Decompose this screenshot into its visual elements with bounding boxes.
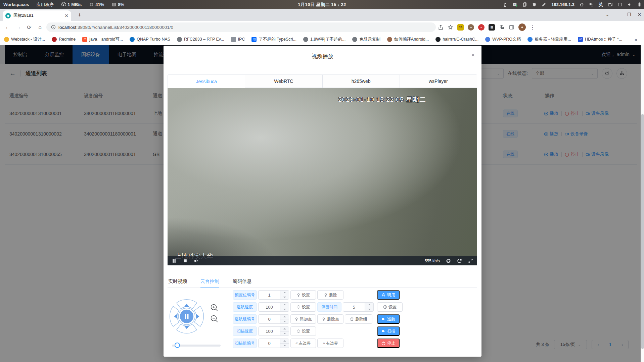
ip-address[interactable]: 192.168.1.3 xyxy=(551,2,574,7)
decrease-icon[interactable] xyxy=(280,331,289,336)
snapshot-settings-icon[interactable] xyxy=(446,258,451,263)
video-player[interactable]: 2023-01-10 15:22:05 星期二 上地科实大华 555 kb/s xyxy=(168,88,477,265)
add-point-button[interactable]: 添加点 xyxy=(290,314,316,324)
language-indicator[interactable]: 英 xyxy=(599,2,603,8)
increase-icon[interactable] xyxy=(365,303,373,307)
bookmark-star-icon[interactable] xyxy=(448,24,453,30)
extension-blocker-icon[interactable]: – xyxy=(478,24,485,31)
scan-speed-input[interactable]: 100 xyxy=(258,326,289,336)
decrease-icon[interactable] xyxy=(280,319,289,324)
reload-button[interactable]: ⟳ xyxy=(25,23,34,32)
scrollbar-thumb[interactable] xyxy=(641,114,644,349)
bookmark-item[interactable]: Cjava、android可... xyxy=(82,37,123,42)
new-tab-button[interactable]: + xyxy=(75,11,84,19)
stay-time-input[interactable]: 5 xyxy=(343,302,374,312)
refresh-stream-icon[interactable] xyxy=(457,258,462,263)
decrease-icon[interactable] xyxy=(280,295,289,300)
tab-search-chevron-icon[interactable]: ⌄ xyxy=(606,12,609,17)
workspace-switcher-icon[interactable] xyxy=(589,2,594,7)
cruise-group-input[interactable]: 0 xyxy=(258,314,289,324)
bookmark-item[interactable]: Redmine xyxy=(52,37,76,42)
bookmark-item[interactable]: NHDAtmos :: 种子 *... xyxy=(578,37,622,42)
zoom-in-button[interactable] xyxy=(210,303,219,312)
bookmark-item[interactable]: hairrrrr/C-CrashC... xyxy=(435,37,478,42)
tab-codec-info[interactable]: 编码信息 xyxy=(233,275,251,288)
tab-jessibuca[interactable]: Jessibuca xyxy=(168,75,245,88)
ptz-direction-pad[interactable] xyxy=(168,298,205,335)
site-info-icon[interactable] xyxy=(51,25,56,30)
bookmark-item[interactable]: IPC xyxy=(231,37,245,42)
dialog-close-icon[interactable]: × xyxy=(471,52,475,59)
increase-icon[interactable] xyxy=(280,315,289,319)
tab-h265web[interactable]: h265web xyxy=(323,75,400,88)
decrease-icon[interactable] xyxy=(280,307,289,312)
tab-ptz-control[interactable]: 云台控制 xyxy=(200,275,219,288)
window-close-icon[interactable]: ✕ xyxy=(638,12,641,17)
display-icon[interactable] xyxy=(617,2,623,7)
color-picker-icon[interactable] xyxy=(542,2,547,7)
home-icon[interactable] xyxy=(579,2,584,7)
bookmark-item[interactable]: 服务器 - 轻量应用... xyxy=(527,37,571,42)
ptz-stop-button[interactable]: 停止 xyxy=(377,339,400,348)
stay-time-set-button[interactable]: 设置 xyxy=(377,302,403,312)
stop-button-icon[interactable] xyxy=(183,258,188,263)
increase-icon[interactable] xyxy=(280,327,289,331)
cruise-speed-input[interactable]: 100 xyxy=(258,302,289,312)
windows-overlap-icon[interactable] xyxy=(608,2,613,7)
decrease-icon[interactable] xyxy=(280,344,289,348)
battery-icon[interactable] xyxy=(637,2,642,7)
bookmark-item[interactable]: 1.8W字|了不起的... xyxy=(303,37,346,42)
zoom-out-button[interactable] xyxy=(210,314,219,323)
mute-button-icon[interactable] xyxy=(194,258,199,263)
bookmark-item[interactable]: 知了不起的 TypeScri... xyxy=(251,37,296,42)
tab-webrtc[interactable]: WebRTC xyxy=(245,75,322,88)
scan-button[interactable]: 扫描 xyxy=(377,326,400,336)
window-restore-icon[interactable]: ❐ xyxy=(627,12,631,17)
browser-tab[interactable]: ◆ 国标28181 ✕ xyxy=(3,10,71,21)
workspaces-button[interactable]: Workspaces xyxy=(3,2,29,7)
right-boundary-button[interactable]: »右边界 xyxy=(317,339,343,348)
bookmark-item[interactable]: 免登录复制 xyxy=(352,37,380,42)
left-boundary-button[interactable]: «左边界 xyxy=(290,339,316,348)
bookmark-item[interactable]: WVP-PRO文档 xyxy=(485,37,521,42)
bookmark-item[interactable]: QNAP Turbo NAS xyxy=(130,37,170,42)
decrease-icon[interactable] xyxy=(365,307,373,312)
forward-button[interactable]: → xyxy=(14,23,23,32)
delete-group-button[interactable]: 删除组 xyxy=(345,314,372,324)
profile-avatar[interactable]: ● xyxy=(518,23,526,31)
browser-menu-icon[interactable]: ⋮ xyxy=(530,24,535,31)
tab-live-video[interactable]: 实时视频 xyxy=(168,275,187,288)
clipboard-icon[interactable] xyxy=(522,2,527,7)
preset-call-button[interactable]: 调用 xyxy=(377,290,400,300)
input-method-icon[interactable]: A xyxy=(512,2,517,7)
scan-group-input[interactable]: 0 xyxy=(258,339,289,348)
ptz-speed-slider[interactable] xyxy=(172,345,221,347)
address-bar[interactable]: localhost:38080/#/channelList/3402000000… xyxy=(46,22,436,32)
increase-icon[interactable] xyxy=(280,303,289,307)
volume-icon[interactable] xyxy=(627,2,632,7)
share-icon[interactable] xyxy=(438,24,444,30)
applications-menu[interactable]: 应用程序 xyxy=(36,2,54,8)
tray-app-icon[interactable] xyxy=(503,2,508,7)
side-panel-icon[interactable] xyxy=(509,24,514,30)
browser-home-button[interactable]: ⌂ xyxy=(36,23,44,32)
bookmark-item[interactable]: Webstack - 设计... xyxy=(4,37,45,42)
preset-delete-button[interactable]: 删除 xyxy=(317,290,343,300)
preset-set-button[interactable]: 设置 xyxy=(290,290,316,300)
window-minimize-icon[interactable]: — xyxy=(616,12,620,17)
scan-speed-set-button[interactable]: 设置 xyxy=(290,326,316,336)
extension-js-icon[interactable]: JS xyxy=(457,24,464,31)
increase-icon[interactable] xyxy=(280,291,289,295)
tab-close-icon[interactable]: ✕ xyxy=(64,13,68,18)
fullscreen-icon[interactable] xyxy=(468,258,473,263)
increase-icon[interactable] xyxy=(280,339,289,344)
bookmark-item[interactable]: 如何编译Android... xyxy=(387,37,429,42)
cruise-button[interactable]: 巡航 xyxy=(377,314,400,324)
preset-number-input[interactable]: 1 xyxy=(258,290,289,300)
page-scrollbar[interactable] xyxy=(641,45,644,362)
slider-handle[interactable] xyxy=(175,343,180,348)
tab-wsplayer[interactable]: wsPlayer xyxy=(400,75,477,88)
extensions-puzzle-icon[interactable] xyxy=(499,24,505,30)
cruise-speed-set-button[interactable]: 设置 xyxy=(290,302,316,312)
bookmarks-overflow-chevron[interactable]: » xyxy=(635,37,640,42)
